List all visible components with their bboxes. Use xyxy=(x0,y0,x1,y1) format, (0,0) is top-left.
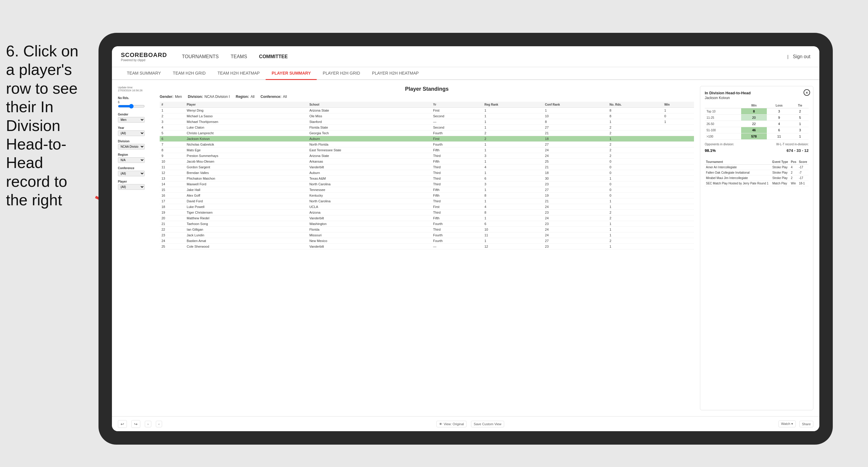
cell-school: Vanderbilt xyxy=(307,215,431,221)
cell-rds: 2 xyxy=(608,142,662,147)
tournament-row: Fallen Oak Collegiate Invitational Strok… xyxy=(705,170,809,176)
nav-committee[interactable]: COMMITTEE xyxy=(259,53,288,61)
cell-num: 18 xyxy=(160,204,185,210)
cell-player: Jack Lundin xyxy=(185,232,308,238)
table-row[interactable]: 13 Phichaksn Maichon Texas A&M Third 6 3… xyxy=(160,176,694,181)
h2h-cell-loss: 3 xyxy=(767,108,792,115)
back-button[interactable]: ‹ xyxy=(156,421,162,427)
cell-player: Phichaksn Maichon xyxy=(185,176,308,181)
cell-player: Matthew Riedel xyxy=(185,215,308,221)
instruction-text: 6. Click on a player's row to see their … xyxy=(0,36,93,215)
cell-conf: 24 xyxy=(543,232,608,238)
tab-team-summary[interactable]: TEAM SUMMARY xyxy=(121,67,167,80)
table-row[interactable]: 3 Michael Thorbjornsen Stanford — 1 8 1 … xyxy=(160,119,694,125)
nav-right: | Sign out xyxy=(787,53,810,61)
conference-select[interactable]: (All) xyxy=(118,171,145,176)
h2h-cell-win: 8 xyxy=(741,108,767,115)
no-rds-slider[interactable] xyxy=(118,104,145,108)
table-row[interactable]: 15 Jake Hall Tennessee Fifth 1 27 0 xyxy=(160,187,694,193)
table-row[interactable]: 19 Tiger Christensen Arizona Third 8 23 … xyxy=(160,210,694,215)
redo-button[interactable]: ↪ xyxy=(131,420,140,428)
cell-reg: 8 xyxy=(483,193,543,198)
division-select[interactable]: NCAA Division I xyxy=(118,144,145,150)
cell-conf: 18 xyxy=(543,136,608,142)
cell-player: Jake Hall xyxy=(185,187,308,193)
table-row[interactable]: 4 Luke Claton Florida State Second 1 27 … xyxy=(160,125,694,130)
cell-school: Florida State xyxy=(307,125,431,130)
table-row[interactable]: 25 Cole Sherwood Vanderbilt — 12 23 1 xyxy=(160,244,694,249)
table-row[interactable]: 2 Michael La Sasso Ole Miss Second 1 10 … xyxy=(160,114,694,119)
h2h-cell-win: 20 xyxy=(741,115,767,121)
tab-player-summary[interactable]: PLAYER SUMMARY xyxy=(266,67,317,80)
cell-conf: 23 xyxy=(543,210,608,215)
tab-team-h2h-heatmap[interactable]: TEAM H2H HEATMAP xyxy=(212,67,266,80)
cell-school: Vanderbilt xyxy=(307,244,431,249)
table-row[interactable]: 16 Alex Goff Kentucky Fifth 8 19 0 xyxy=(160,193,694,198)
table-row[interactable]: 12 Brendan Valles Auburn Third 1 18 0 xyxy=(160,170,694,176)
tab-team-h2h-grid[interactable]: TEAM H2H GRID xyxy=(167,67,212,80)
table-row[interactable]: 10 Jacob Mou-Olesen Arkansas Fifth 1 25 … xyxy=(160,159,694,164)
t-cell-pos: 2 xyxy=(789,176,798,181)
cell-yr: — xyxy=(431,119,483,125)
save-custom-view-button[interactable]: Save Custom View xyxy=(471,421,504,427)
cell-yr: Second xyxy=(431,125,483,130)
cell-yr: Fifth xyxy=(431,187,483,193)
forward-button[interactable]: › xyxy=(145,421,151,427)
cell-win xyxy=(662,238,694,244)
player-select[interactable]: (All) xyxy=(118,184,145,190)
cell-win xyxy=(662,210,694,215)
table-row[interactable]: 7 Nicholas Gabrelcik North Florida Fourt… xyxy=(160,142,694,147)
cell-school: Texas A&M xyxy=(307,176,431,181)
cell-school: Arizona State xyxy=(307,153,431,159)
table-row[interactable]: 6 Jackson Koivun Auburn First 2 18 1 xyxy=(160,136,694,142)
h2h-close-button[interactable]: × xyxy=(804,89,810,96)
cell-rds: 8 xyxy=(608,108,662,114)
view-original-button[interactable]: 👁 View: Original xyxy=(436,421,467,427)
table-row[interactable]: 14 Maxwell Ford North Carolina Third 3 2… xyxy=(160,181,694,187)
table-row[interactable]: 23 Jack Lundin Missouri Fourth 11 24 1 xyxy=(160,232,694,238)
cell-yr: First xyxy=(431,108,483,114)
table-row[interactable]: 11 Gordon Sargent Vanderbilt Third 4 21 … xyxy=(160,164,694,170)
h2h-cell-label: 26-50 xyxy=(705,121,741,127)
wlt-label: W-L-T record in-division: xyxy=(776,143,809,146)
table-row[interactable]: 8 Mats Ege East Tennessee State Fifth 1 … xyxy=(160,147,694,153)
table-row[interactable]: 21 Taehoon Song Washington Fourth 6 23 1 xyxy=(160,221,694,227)
table-row[interactable]: 20 Matthew Riedel Vanderbilt Fifth 1 24 … xyxy=(160,215,694,221)
sign-out-button[interactable]: Sign out xyxy=(793,53,810,61)
nav-teams[interactable]: TEAMS xyxy=(231,53,247,61)
table-row[interactable]: 1 Wenyi Ding Arizona State First 1 1 8 1 xyxy=(160,108,694,114)
cell-conf: 23 xyxy=(543,221,608,227)
cell-num: 22 xyxy=(160,227,185,232)
cell-num: 7 xyxy=(160,142,185,147)
cell-yr: First xyxy=(431,136,483,142)
division-pill: Division: NCAA Division I xyxy=(188,95,229,99)
region-select[interactable]: N/A xyxy=(118,157,145,163)
cell-school: Tennessee xyxy=(307,187,431,193)
table-row[interactable]: 22 Ian Gilligan Florida Third 10 24 1 xyxy=(160,227,694,232)
table-row[interactable]: 5 Christo Lamprecht Georgia Tech Fourth … xyxy=(160,130,694,136)
gender-select[interactable]: Men xyxy=(118,117,145,123)
table-row[interactable]: 24 Bastien Amat New Mexico Fourth 1 27 2 xyxy=(160,238,694,244)
h2h-row: 51-100 46 6 3 xyxy=(705,127,809,133)
year-select[interactable]: (All) xyxy=(118,130,145,136)
cell-conf: 19 xyxy=(543,193,608,198)
cell-rds: 1 xyxy=(608,198,662,204)
no-rds-filter: No Rds. 6 xyxy=(118,96,154,109)
col-yr: Yr xyxy=(431,102,483,108)
share-button[interactable]: Share xyxy=(799,421,813,427)
h2h-col-tie: Tie xyxy=(792,103,809,108)
watch-button[interactable]: Watch ▾ xyxy=(778,421,796,427)
tab-player-h2h-heatmap[interactable]: PLAYER H2H HEATMAP xyxy=(366,67,425,80)
undo-button[interactable]: ↩ xyxy=(118,420,127,428)
cell-conf: 23 xyxy=(543,181,608,187)
cell-win xyxy=(662,176,694,181)
cell-school: Arkansas xyxy=(307,159,431,164)
table-row[interactable]: 18 Luke Powell UCLA First 4 24 1 xyxy=(160,204,694,210)
nav-tournaments[interactable]: TOURNAMENTS xyxy=(182,53,218,61)
table-row[interactable]: 17 David Ford North Carolina Third 1 21 … xyxy=(160,198,694,204)
table-row[interactable]: 9 Preston Summerhays Arizona State Third… xyxy=(160,153,694,159)
cell-yr: Third xyxy=(431,153,483,159)
cell-reg: 1 xyxy=(483,119,543,125)
filter-panel: Update time: 27/03/2024 16:56:26 No Rds.… xyxy=(118,86,154,410)
tab-player-h2h-grid[interactable]: PLAYER H2H GRID xyxy=(317,67,366,80)
